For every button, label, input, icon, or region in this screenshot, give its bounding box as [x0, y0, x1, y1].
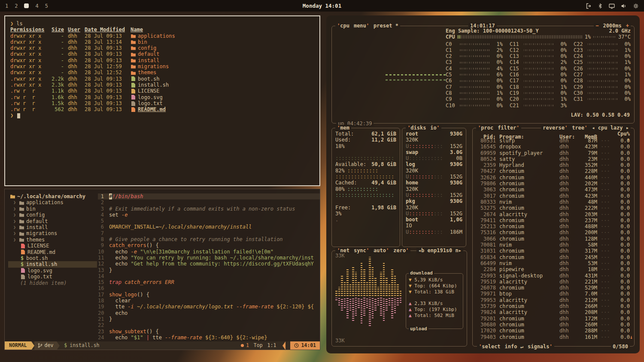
- process-row[interactable]: 79403chromiumdhh161M·····0.0: [476, 334, 630, 340]
- process-row[interactable]: 66499nvimdhh53M·····0.0: [476, 260, 630, 266]
- process-row[interactable]: 25213chromiumdhh488M·····0.0: [476, 223, 630, 229]
- terminal-window[interactable]: ❯ls PermissionsSizeUserDate ModifiedName…: [4, 15, 320, 186]
- process-row[interactable]: 80524sattydhh23M·····0.0: [476, 156, 630, 162]
- proc-tab[interactable]: 'proc: [478, 125, 493, 131]
- code-line[interactable]: 2: [98, 199, 320, 205]
- code-editor[interactable]: 1#!/bin/bash23# Exit immediately if a co…: [98, 189, 320, 342]
- tree-item-migrations[interactable]: ❯migrations: [8, 230, 97, 236]
- code-line[interactable]: 6OMARCHY_INSTALL=~/.local/share/omarchy/…: [98, 224, 320, 230]
- code-line[interactable]: 21}: [98, 316, 320, 322]
- tree-item-logo.svg[interactable]: logo.svg: [8, 268, 97, 274]
- process-row[interactable]: 2674alacrittydhh203M·····0.0: [476, 211, 630, 217]
- workspace-2[interactable]: 2: [15, 3, 18, 9]
- process-row[interactable]: 35739chromiumdhh266M·····0.0: [476, 303, 630, 309]
- code-line[interactable]: 12 echo "Get help from the community: ht…: [98, 261, 320, 267]
- code-line[interactable]: 17show_logo() {: [98, 292, 320, 298]
- workspace-switcher[interactable]: 1245: [5, 3, 48, 9]
- process-row[interactable]: 30680chromiumdhh260M·····0.0: [476, 322, 630, 328]
- code-line[interactable]: 14: [98, 273, 320, 279]
- proc-footer-tab[interactable]: 'select: [479, 344, 501, 350]
- process-row[interactable]: 3017chromiumdhh423M·····0.0: [476, 193, 630, 199]
- code-line[interactable]: 10 echo -e "\n\e[31mOmarchy installation…: [98, 249, 320, 255]
- proc-footer-tab[interactable]: info ↵: [505, 344, 523, 350]
- tree-item-LICENSE[interactable]: LICENSE: [8, 243, 97, 249]
- process-row[interactable]: 75316chromiumdhh200M·····0.0: [476, 229, 630, 235]
- bluetooth-icon[interactable]: [598, 3, 603, 9]
- code-line[interactable]: 3# Exit immediately if a command exits w…: [98, 206, 320, 212]
- cpu-tab[interactable]: menu': [354, 23, 369, 29]
- code-line[interactable]: 16: [98, 285, 320, 291]
- tree-item-logo.txt[interactable]: logo.txt: [8, 274, 97, 280]
- proc-tab[interactable]: reverse': [543, 125, 568, 131]
- neovim-window[interactable]: ~/.local/share/omarchy❯applications❯bin❯…: [4, 189, 320, 350]
- network-interface-selector[interactable]: ◂b enp191s0 n▸: [416, 247, 463, 253]
- disks-tab[interactable]: 'disks: [407, 125, 426, 131]
- process-row[interactable]: 32626chromiumdhh440M·····0.0: [476, 175, 630, 181]
- disks-tab[interactable]: io': [430, 125, 440, 131]
- process-row[interactable]: 80531slurpdhh87M·····0.0: [476, 138, 630, 144]
- code-line[interactable]: 4set -e: [98, 212, 320, 218]
- scroll-down-indicator[interactable]: ↓: [630, 334, 633, 340]
- cpu-tab[interactable]: 'cpu: [337, 23, 349, 29]
- code-line[interactable]: 5: [98, 218, 320, 224]
- process-row[interactable]: 79953alacrittydhh212M·····0.0: [476, 297, 630, 303]
- process-row[interactable]: 2359Hyprlanddhh352M·····0.0: [476, 162, 630, 168]
- code-line[interactable]: 15trap catch_errors ERR: [98, 279, 320, 285]
- workspace-4[interactable]: 4: [35, 3, 38, 9]
- code-line[interactable]: 18 clear: [98, 298, 320, 304]
- workspace-1[interactable]: 1: [5, 3, 8, 9]
- process-row[interactable]: 3066chromiumdhh128M·····0.0: [476, 236, 630, 242]
- code-line[interactable]: 19 tte -i ~/.local/share/omarchy/logo.tx…: [98, 304, 320, 310]
- process-row[interactable]: 79201chromiumdhh172M·····0.0: [476, 316, 630, 322]
- tree-item-config[interactable]: ❯config: [8, 212, 97, 218]
- process-row[interactable]: 70427chromiumdhh228M·····0.0: [476, 168, 630, 174]
- process-row[interactable]: 26078chromiumdhh529M·····0.0: [476, 285, 630, 291]
- tree-item-install[interactable]: ❯install: [8, 224, 97, 230]
- process-row[interactable]: 80333nvimdhh48M·····0.0: [476, 199, 630, 205]
- proc-tab[interactable]: tree': [572, 125, 587, 131]
- process-row[interactable]: 2284pipewiredhh18M·····0.0: [476, 266, 630, 272]
- process-row[interactable]: 53275chromiumdhh222M·····0.0: [476, 205, 630, 211]
- tree-item-README.md[interactable]: README.md: [8, 249, 97, 255]
- net-tab[interactable]: zero': [393, 247, 409, 253]
- code-line[interactable]: 23show_subtext() {: [98, 329, 320, 335]
- code-line[interactable]: 13}: [98, 267, 320, 273]
- code-line[interactable]: 9catch_errors() {: [98, 242, 320, 248]
- process-row[interactable]: 79971btopdhh7.0M·····0.0: [476, 291, 630, 297]
- process-row[interactable]: 16545dropboxdhh423M·····0.0: [476, 144, 630, 150]
- process-row[interactable]: 79806chromiumdhh202M·····0.0: [476, 181, 630, 187]
- workspace-5[interactable]: 5: [45, 3, 48, 9]
- net-tab[interactable]: sync': [354, 247, 369, 253]
- display-icon[interactable]: [609, 3, 615, 9]
- process-row[interactable]: 79824alacrittydhh208M·····0.0: [476, 309, 630, 315]
- process-row[interactable]: 25993signal-desktopdhh431M·····0.0: [476, 273, 630, 279]
- workspace-active-indicator[interactable]: [24, 3, 29, 8]
- process-row[interactable]: 17020chromiumdhh288M·····0.0: [476, 328, 630, 334]
- code-line[interactable]: 7: [98, 230, 320, 236]
- sort-mode-selector[interactable]: ◂ cpu lazy ▸: [592, 125, 629, 131]
- code-line[interactable]: 11 echo "You can retry by running: bash …: [98, 255, 320, 261]
- process-row[interactable]: 65834chromiumdhh245M·····0.0: [476, 254, 630, 260]
- cpu-tab[interactable]: preset *: [374, 23, 398, 29]
- terminal-prompt-line[interactable]: ❯: [10, 112, 314, 118]
- tree-item-themes[interactable]: ❯themes: [8, 237, 97, 243]
- process-row[interactable]: 69959spotify_playerdhh79M·····0.0: [476, 150, 630, 156]
- mem-tab[interactable]: 'mem: [337, 125, 349, 131]
- code-line[interactable]: 22: [98, 322, 320, 328]
- proc-tab[interactable]: filter': [498, 125, 519, 131]
- tree-item-applications[interactable]: ❯applications: [8, 199, 97, 205]
- code-line[interactable]: 24 echo "$1" | tte --frame-rate ${3:-640…: [98, 335, 320, 341]
- net-tab[interactable]: auto': [374, 247, 389, 253]
- process-row[interactable]: 79519alacrittydhh221M·····0.0: [476, 279, 630, 285]
- process-row[interactable]: 79411chromiumdhh237M·····0.0: [476, 217, 630, 223]
- tree-root[interactable]: ~/.local/share/omarchy: [8, 193, 97, 199]
- code-line[interactable]: 8# Give people a chance to retry running…: [98, 236, 320, 242]
- logout-icon[interactable]: [586, 3, 592, 9]
- tree-item-bin[interactable]: ❯bin: [8, 206, 97, 212]
- process-row[interactable]: 70081nvimdhh58M·····0.0: [476, 242, 630, 248]
- process-row[interactable]: 3063chromiumdhh473M·····0.0: [476, 187, 630, 193]
- settings-gear-icon[interactable]: [633, 3, 639, 9]
- code-line[interactable]: 20 echo: [98, 310, 320, 316]
- process-row[interactable]: 31031chromiumdhh317M·····0.0: [476, 248, 630, 254]
- volume-icon[interactable]: [621, 3, 627, 9]
